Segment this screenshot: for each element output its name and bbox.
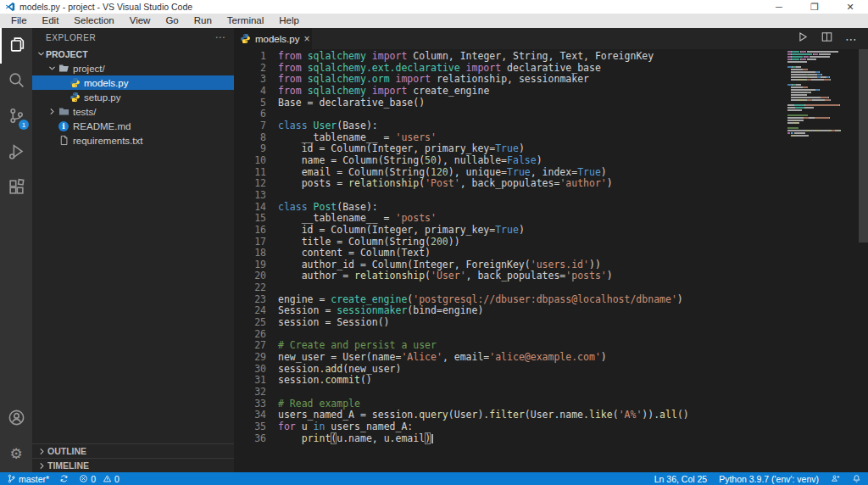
minimap-line [787,59,857,60]
panel-timeline[interactable]: TIMELINE [32,458,234,472]
line-number: 31 [234,375,270,387]
tab-models-py[interactable]: models.py × [234,28,312,49]
activitybar-source-control[interactable]: 1 [0,99,32,135]
notifications-button[interactable] [852,474,861,483]
minimap-line [787,76,857,78]
code-line-17[interactable]: 17 title = Column(String(200)) [234,237,868,248]
menu-view[interactable]: View [122,14,159,28]
code-line-8[interactable]: 8 __tablename__ = 'users' [234,132,868,144]
line-text: Base = declarative_base() [270,98,425,109]
code-line-9[interactable]: 9 id = Column(Integer, primary_key=True) [234,143,868,155]
tree-item-tests-[interactable]: tests/ [32,104,234,119]
code-line-12[interactable]: 12 posts = relationship('Post', back_pop… [234,178,868,190]
tree-item-models-py[interactable]: models.py [32,75,234,90]
code-line-29[interactable]: 29new_user = User(name='Alice', email='a… [234,352,868,364]
menu-file[interactable]: File [3,14,35,28]
minimap-line [787,81,857,83]
tree-item-readme-md[interactable]: iREADME.md [32,119,234,133]
editor-body[interactable]: 1from sqlalchemy import Column, Integer,… [234,49,868,472]
code-line-32[interactable]: 32 [234,387,868,399]
tree-item-requirements-txt[interactable]: requirements.txt [32,133,234,148]
code-line-34[interactable]: 34users_named_A = session.query(User).fi… [234,410,868,421]
tree-item-project-[interactable]: project/ [32,61,234,75]
tree-item-label: tests/ [73,107,96,117]
line-number: 5 [234,98,270,109]
code-area[interactable]: 1from sqlalchemy import Column, Integer,… [234,51,868,444]
code-line-5[interactable]: 5Base = declarative_base() [234,98,868,109]
code-line-18[interactable]: 18 content = Column(Text) [234,248,868,259]
sync-status[interactable] [59,474,69,483]
activitybar-run-debug[interactable] [0,135,32,170]
code-line-25[interactable]: 25session = Session() [234,317,868,329]
code-line-27[interactable]: 27# Create and persist a user [234,340,868,352]
chevron-right-icon[interactable] [47,107,57,117]
minimap-line [787,104,857,106]
tree-section-project[interactable]: PROJECT [32,47,234,61]
tree-item-setup-py[interactable]: setup.py [32,90,234,104]
code-line-7[interactable]: 7class User(Base): [234,120,868,132]
split-editor-button[interactable] [821,31,833,47]
minimap-line [787,69,857,70]
menu-terminal[interactable]: Terminal [220,14,271,28]
code-line-20[interactable]: 20 author = relationship('User', back_po… [234,270,868,282]
panel-outline[interactable]: OUTLINE [32,443,234,458]
minimap[interactable] [787,51,857,137]
line-text [270,109,278,120]
more-actions-button[interactable]: ⋯ [845,31,858,47]
activitybar-extensions[interactable] [0,170,32,206]
menu-run[interactable]: Run [186,14,220,28]
line-number: 18 [234,248,270,259]
python-interpreter[interactable]: Python 3.9.7 ('env': venv) [719,474,819,484]
code-line-24[interactable]: 24Session = sessionmaker(bind=engine) [234,305,868,317]
code-line-2[interactable]: 2from sqlalchemy.ext.declarative import … [234,63,868,75]
code-line-16[interactable]: 16 id = Column(Integer, primary_key=True… [234,225,868,237]
vscode-logo-icon [5,2,15,12]
views-more-icon[interactable]: ⋯ [214,31,225,43]
line-number: 17 [234,237,270,248]
code-line-13[interactable]: 13 [234,190,868,202]
cursor-position[interactable]: Ln 36, Col 25 [654,474,707,484]
code-line-4[interactable]: 4from sqlalchemy import create_engine [234,86,868,98]
menu-edit[interactable]: Edit [35,14,67,28]
code-line-30[interactable]: 30session.add(new_user) [234,364,868,376]
editor-scrollbar[interactable] [859,49,868,242]
menu-go[interactable]: Go [158,14,186,28]
problems-status[interactable]: 0 0 [79,474,120,484]
code-line-35[interactable]: 35for u in users_named_A: [234,421,868,433]
code-line-22[interactable]: 22 [234,282,868,294]
code-line-1[interactable]: 1from sqlalchemy import Column, Integer,… [234,51,868,63]
line-number: 12 [234,178,270,190]
line-number: 6 [234,109,270,120]
activitybar-explorer[interactable] [0,28,32,64]
code-line-6[interactable]: 6 [234,109,868,120]
code-line-19[interactable]: 19 author_id = Column(Integer, ForeignKe… [234,259,868,271]
feedback-button[interactable] [831,474,840,483]
git-branch-status[interactable]: master* [7,474,49,484]
code-line-33[interactable]: 33# Read example [234,399,868,410]
code-line-3[interactable]: 3from sqlalchemy.orm import relationship… [234,74,868,86]
code-line-23[interactable]: 23engine = create_engine('postgresql://d… [234,294,868,306]
code-line-15[interactable]: 15 __tablename__ = 'posts' [234,213,868,225]
chevron-right-icon [36,447,47,456]
line-text: __tablename__ = 'users' [270,132,437,144]
code-line-31[interactable]: 31session.commit() [234,375,868,387]
activitybar-search[interactable] [0,64,32,99]
chevron-down-icon[interactable] [47,64,57,74]
maximize-button[interactable]: ❐ [797,0,832,14]
code-line-10[interactable]: 10 name = Column(String(50), nullable=Fa… [234,155,868,167]
tab-close-icon[interactable]: × [303,33,309,45]
menu-selection[interactable]: Selection [66,14,121,28]
minimap-line [787,71,857,73]
code-line-14[interactable]: 14class Post(Base): [234,202,868,214]
chevron-down-icon[interactable] [36,49,46,59]
close-button[interactable]: ✕ [832,0,868,14]
minimap-line [787,107,857,109]
code-line-11[interactable]: 11 email = Column(String(120), unique=Tr… [234,167,868,179]
code-line-36[interactable]: 36 print(u.name, u.email) [234,433,868,445]
activitybar-account[interactable] [0,401,32,437]
activitybar-settings[interactable]: ⚙ [0,437,32,472]
code-line-26[interactable]: 26 [234,329,868,341]
minimize-button[interactable]: ─ [761,0,797,14]
run-button[interactable] [796,31,809,47]
menu-help[interactable]: Help [271,14,307,28]
